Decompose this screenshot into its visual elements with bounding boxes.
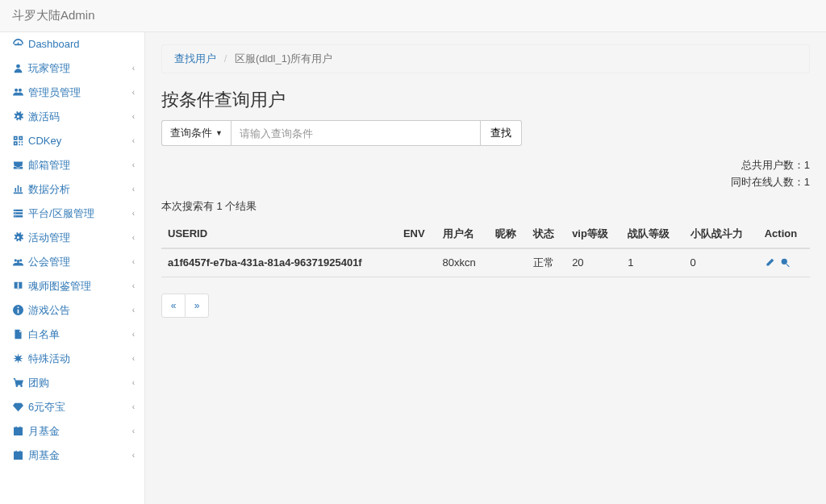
breadcrumb-link[interactable]: 查找用户 <box>174 52 216 65</box>
edit-icon[interactable] <box>765 256 775 269</box>
th-action: Action <box>758 220 810 248</box>
sidebar-link-15[interactable]: 6元夺宝‹ <box>0 395 144 419</box>
chevron-left-icon: ‹ <box>132 426 135 437</box>
breadcrumb: 查找用户 / 区服(dldl_1)所有用户 <box>161 44 810 73</box>
sidebar-item-6[interactable]: 数据分析‹ <box>0 177 144 202</box>
sidebar-item-label: 平台/区服管理 <box>28 208 94 219</box>
sidebar-item-label: 游戏公告 <box>28 305 70 316</box>
total-users-value: 1 <box>804 159 810 171</box>
sidebar-item-1[interactable]: 玩家管理‹ <box>0 56 144 81</box>
sidebar-item-9[interactable]: 公会管理‹ <box>0 250 144 274</box>
sidebar-link-1[interactable]: 玩家管理‹ <box>0 56 144 81</box>
search-icon[interactable] <box>780 256 791 269</box>
th-username: 用户名 <box>436 220 489 248</box>
sidebar-item-2[interactable]: 管理员管理‹ <box>0 81 144 105</box>
sidebar-item-label: 团购 <box>28 377 49 389</box>
sidebar-item-7[interactable]: 平台/区服管理‹ <box>0 202 144 226</box>
sidebar-item-14[interactable]: 团购‹ <box>0 371 144 395</box>
sidebar-link-7[interactable]: 平台/区服管理‹ <box>0 202 144 226</box>
cart-icon <box>12 377 23 389</box>
total-users-label: 总共用户数： <box>741 159 804 171</box>
book-icon <box>12 281 23 292</box>
sidebar-link-13[interactable]: 特殊活动‹ <box>0 347 144 371</box>
calendar-icon <box>12 450 23 461</box>
sidebar-link-14[interactable]: 团购‹ <box>0 371 144 395</box>
results-summary: 本次搜索有 1 个结果 <box>161 199 810 214</box>
sidebar-link-6[interactable]: 数据分析‹ <box>0 177 144 202</box>
sidebar-item-11[interactable]: 游戏公告‹ <box>0 298 144 323</box>
search-button[interactable]: 查找 <box>481 120 522 146</box>
th-teamlevel: 战队等级 <box>621 220 683 248</box>
cell-vip: 20 <box>565 248 621 277</box>
sidebar-item-label: 魂师图鉴管理 <box>28 281 91 292</box>
user-icon <box>12 63 23 74</box>
search-group: 查询条件 ▼ 查找 <box>161 120 810 146</box>
results-table: USERID ENV 用户名 昵称 状态 vip等级 战队等级 小队战斗力 Ac… <box>161 220 810 277</box>
main-content: 查找用户 / 区服(dldl_1)所有用户 按条件查询用户 查询条件 ▼ 查找 … <box>145 32 826 504</box>
search-input[interactable] <box>231 120 481 146</box>
sidebar-item-13[interactable]: 特殊活动‹ <box>0 347 144 371</box>
sidebar-item-10[interactable]: 魂师图鉴管理‹ <box>0 274 144 298</box>
file-icon <box>12 329 23 340</box>
cell-nickname <box>489 248 528 277</box>
chevron-left-icon: ‹ <box>132 111 135 123</box>
chevron-left-icon: ‹ <box>132 63 135 74</box>
chevron-left-icon: ‹ <box>132 135 135 147</box>
sidebar-item-label: CDKey <box>28 135 61 147</box>
th-squadpower: 小队战斗力 <box>684 220 758 248</box>
caret-down-icon: ▼ <box>215 129 223 137</box>
chart-icon <box>12 184 23 195</box>
users-icon <box>12 87 23 98</box>
cell-userid: a1f6457f-e7ba-431a-81a4-96371925401f <box>161 248 397 277</box>
navbar-brand[interactable]: 斗罗大陆Admin <box>12 8 95 23</box>
sidebar-link-5[interactable]: 邮箱管理‹ <box>0 153 144 177</box>
online-value: 1 <box>804 176 810 188</box>
sidebar-item-16[interactable]: 月基金‹ <box>0 419 144 444</box>
sidebar-link-17[interactable]: 周基金‹ <box>0 444 144 468</box>
th-env: ENV <box>397 220 436 248</box>
online-label: 同时在线人数： <box>731 176 804 188</box>
sidebar-link-3[interactable]: 激活码‹ <box>0 105 144 129</box>
calendar-icon <box>12 426 23 437</box>
sidebar-item-17[interactable]: 周基金‹ <box>0 444 144 468</box>
search-criteria-dropdown[interactable]: 查询条件 ▼ <box>161 120 231 146</box>
sidebar-item-8[interactable]: 活动管理‹ <box>0 226 144 250</box>
sidebar-link-10[interactable]: 魂师图鉴管理‹ <box>0 274 144 298</box>
sidebar-item-4[interactable]: CDKey‹ <box>0 129 144 153</box>
sidebar-link-0[interactable]: Dashboard <box>0 32 144 56</box>
sidebar-item-3[interactable]: 激活码‹ <box>0 105 144 129</box>
sidebar-item-label: 特殊活动 <box>28 353 70 364</box>
chevron-left-icon: ‹ <box>132 184 135 195</box>
sidebar-item-label: 数据分析 <box>28 184 70 195</box>
th-vip: vip等级 <box>565 220 621 248</box>
chevron-left-icon: ‹ <box>132 329 135 340</box>
pagination: « » <box>161 294 810 318</box>
sidebar-item-0[interactable]: Dashboard <box>0 32 144 56</box>
sidebar-link-12[interactable]: 白名单‹ <box>0 323 144 347</box>
pagination-next[interactable]: » <box>185 294 209 318</box>
sidebar-link-4[interactable]: CDKey‹ <box>0 129 144 153</box>
th-nickname: 昵称 <box>489 220 528 248</box>
breadcrumb-current: 区服(dldl_1)所有用户 <box>235 52 332 65</box>
sidebar-link-9[interactable]: 公会管理‹ <box>0 250 144 274</box>
sidebar-item-5[interactable]: 邮箱管理‹ <box>0 153 144 177</box>
sidebar-link-16[interactable]: 月基金‹ <box>0 419 144 444</box>
pagination-prev[interactable]: « <box>161 294 186 318</box>
chevron-left-icon: ‹ <box>132 256 135 268</box>
cell-status: 正常 <box>527 248 565 277</box>
chevron-left-icon: ‹ <box>132 87 135 98</box>
info-icon <box>12 305 23 316</box>
sidebar-item-12[interactable]: 白名单‹ <box>0 323 144 347</box>
asterisk-icon <box>12 353 23 364</box>
sidebar-link-8[interactable]: 活动管理‹ <box>0 226 144 250</box>
sidebar-link-11[interactable]: 游戏公告‹ <box>0 298 144 323</box>
diamond-icon <box>12 402 23 413</box>
sidebar-item-15[interactable]: 6元夺宝‹ <box>0 395 144 419</box>
sidebar-link-2[interactable]: 管理员管理‹ <box>0 81 144 105</box>
chevron-left-icon: ‹ <box>132 305 135 316</box>
cog-icon <box>12 111 23 123</box>
sidebar-item-label: 6元夺宝 <box>28 402 65 413</box>
th-status: 状态 <box>527 220 565 248</box>
sidebar-item-label: 管理员管理 <box>28 87 81 98</box>
guild-icon <box>12 256 23 268</box>
